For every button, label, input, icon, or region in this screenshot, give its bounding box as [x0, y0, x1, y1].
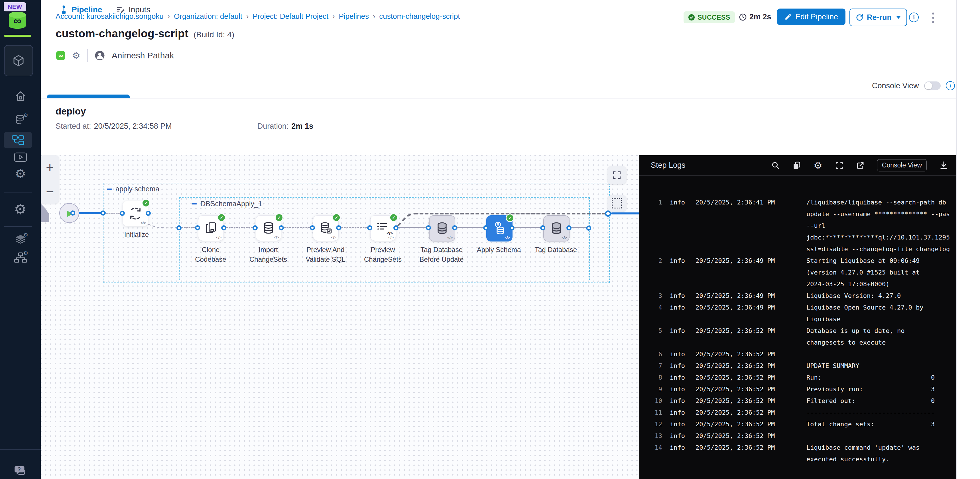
mini-gear-icon: ⚙ — [23, 250, 28, 256]
triggers-cog-icon[interactable]: ⚙ — [0, 167, 41, 180]
log-lines: 1 info 20/5/2025, 2:36:41 PM /liquibase/… — [640, 176, 956, 479]
tab-inputs[interactable]: Inputs — [116, 5, 150, 14]
harness-db-devops-logo-icon[interactable]: ∞ — [8, 11, 27, 29]
log-level: info — [670, 255, 690, 266]
breadcrumb-project[interactable]: Project: Default Project — [253, 12, 328, 21]
log-line: 1 info 20/5/2025, 2:36:41 PM /liquibase/… — [640, 197, 956, 255]
executions-icon[interactable] — [0, 152, 41, 163]
external-link-icon[interactable] — [856, 161, 865, 170]
script-tag-icon: </> — [216, 235, 221, 240]
logo-underline — [4, 35, 31, 37]
node-preview-changesets[interactable]: </> ✓ </> — [370, 215, 396, 241]
node-clone-codebase[interactable]: ✓ </> — [198, 215, 224, 241]
node-tag-database[interactable]: </> — [543, 215, 570, 241]
sync-icon — [128, 206, 143, 221]
stage-start-node[interactable]: ▶ — [59, 203, 79, 223]
infrastructure-network-icon[interactable]: ⚙ — [0, 252, 41, 264]
log-settings-gear-icon[interactable]: ⚙ — [813, 160, 822, 170]
marquee-select-button[interactable] — [608, 195, 626, 212]
info-icon[interactable]: i — [946, 81, 955, 90]
success-check-badge: ✓ — [332, 213, 340, 222]
zoom-in-button[interactable]: + — [41, 155, 59, 179]
step-logs-title: Step Logs — [651, 161, 686, 170]
avatar — [95, 51, 105, 61]
sidebar-divider — [4, 226, 32, 227]
node-label: Initialize — [110, 230, 164, 240]
breadcrumb-separator: › — [373, 12, 375, 21]
script-tag-icon: </> — [504, 236, 510, 240]
log-line-number: 8 — [640, 372, 662, 383]
node-initialize[interactable]: ✓ </> — [123, 201, 148, 227]
log-timestamp: 20/5/2025, 2:36:52 PM — [695, 407, 801, 418]
info-icon[interactable]: i — [909, 13, 919, 22]
log-level: info — [670, 372, 690, 383]
pipeline-tab-icon — [60, 5, 68, 14]
log-message: Liquibase Open Source 4.27.0 by Liquibas… — [807, 301, 956, 325]
chevron-down-icon — [896, 16, 901, 19]
search-icon[interactable] — [772, 161, 780, 170]
log-line-number: 2 — [640, 255, 662, 266]
new-badge: NEW — [4, 2, 26, 11]
home-icon[interactable] — [0, 90, 41, 103]
canvas-corner-handle[interactable]: ▶ — [41, 204, 49, 222]
success-check-badge: ✓ — [275, 213, 283, 222]
database-icon — [261, 221, 276, 235]
module-selector-cube-icon[interactable] — [4, 45, 33, 76]
script-tag-icon: </> — [562, 236, 567, 240]
clock-icon — [739, 13, 747, 21]
log-message: Database is up to date, no changesets to… — [807, 325, 956, 348]
connector-dot — [483, 225, 488, 230]
cd-module-icon: ∞ — [56, 51, 65, 60]
collapse-minus-icon[interactable] — [107, 189, 112, 190]
log-message: /liquibase/liquibase --search-path db up… — [807, 197, 956, 255]
kebab-menu-icon[interactable] — [931, 11, 935, 24]
connector-dot — [146, 211, 151, 216]
tab-pipeline[interactable]: Pipeline — [60, 5, 102, 14]
connector-dot — [426, 225, 431, 230]
pipeline-canvas[interactable]: apply schema DBSchemaApply_1 ▶ ✓ </> Ini… — [41, 155, 640, 479]
breadcrumb-current[interactable]: custom-changelog-script — [379, 12, 460, 21]
edit-pipeline-button[interactable]: Edit Pipeline — [777, 8, 845, 25]
connector-dot — [70, 211, 75, 216]
layers-settings-icon[interactable]: ⚙ — [0, 233, 41, 246]
sidebar-divider — [0, 449, 41, 450]
log-timestamp: 20/5/2025, 2:36:52 PM — [695, 442, 801, 454]
edit-pipeline-label: Edit Pipeline — [795, 13, 838, 21]
node-apply-schema-selected[interactable]: ✓ </> — [486, 215, 512, 241]
node-label: Preview And Validate SQL — [298, 245, 353, 264]
log-level: info — [670, 325, 690, 336]
fullscreen-icon[interactable] — [835, 161, 843, 170]
marquee-icon — [612, 198, 622, 208]
console-view-button[interactable]: Console View — [877, 159, 927, 171]
help-chat-icon[interactable]: ? — [0, 465, 41, 477]
fullscreen-canvas-button[interactable] — [608, 166, 626, 184]
log-level: info — [670, 301, 690, 313]
download-icon[interactable] — [939, 161, 948, 170]
gear-icon[interactable]: ⚙ — [72, 50, 80, 61]
node-tag-database-before-update[interactable]: </> — [429, 215, 455, 241]
settings-gear-icon[interactable]: ⚙ — [0, 202, 41, 216]
refresh-icon — [856, 14, 864, 21]
rerun-button[interactable]: Re-run — [850, 8, 907, 26]
node-import-changesets[interactable]: ✓ </> — [256, 215, 282, 241]
log-line-number: 10 — [640, 395, 662, 407]
node-preview-validate-sql[interactable]: ✓ </> — [313, 215, 339, 241]
log-level: info — [670, 430, 690, 442]
step-logs-panel: Step Logs ⚙ Console View 1 i — [640, 155, 956, 479]
zoom-out-button[interactable]: − — [41, 179, 59, 204]
collapse-minus-icon[interactable] — [192, 203, 197, 205]
log-level: info — [670, 395, 690, 407]
log-timestamp: 20/5/2025, 2:36:41 PM — [695, 197, 801, 208]
database-icon — [549, 221, 563, 236]
connector-dot — [120, 211, 125, 216]
log-message: Run: 0 — [807, 372, 956, 383]
log-line-number: 3 — [640, 290, 662, 301]
copy-icon[interactable] — [792, 161, 801, 170]
console-view-toggle[interactable] — [924, 81, 941, 90]
sidebar-item-pipelines-active[interactable] — [4, 132, 32, 148]
database-settings-icon[interactable]: ⚙ — [0, 114, 41, 127]
breadcrumb-pipelines[interactable]: Pipelines — [339, 12, 369, 21]
log-line-number: 1 — [640, 197, 662, 208]
started-at-value: 20/5/2025, 2:34:58 PM — [94, 122, 172, 131]
breadcrumb-organization[interactable]: Organization: default — [174, 12, 242, 21]
